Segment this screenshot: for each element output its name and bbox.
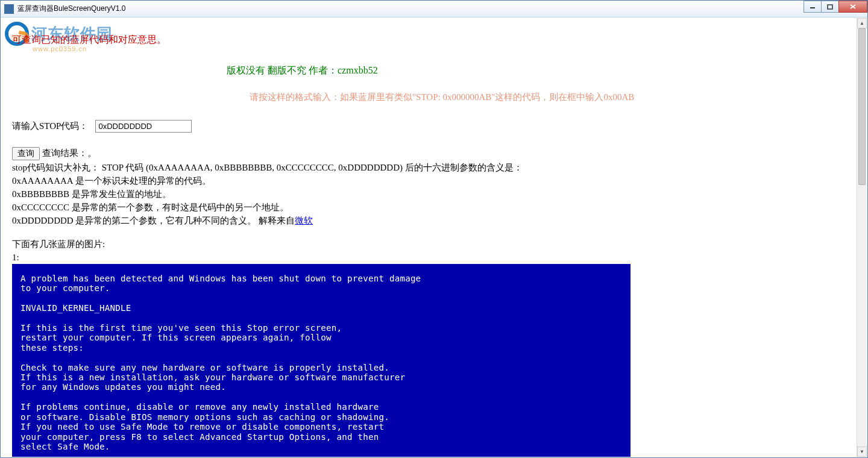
scrollbar-thumb[interactable] [858, 28, 866, 185]
minimize-button[interactable] [804, 1, 822, 13]
microsoft-link[interactable]: 微软 [295, 216, 313, 225]
query-button[interactable]: 查询 [12, 147, 40, 160]
minimize-icon [810, 4, 816, 10]
format-hint: 请按这样的格式输入：如果蓝屏里有类似"STOP: 0x000000AB"这样的代… [1, 77, 857, 103]
explain-line-1: stop代码知识大补丸： STOP 代码 (0xAAAAAAAA, 0xBBBB… [1, 160, 857, 174]
titlebar[interactable]: 蓝屏查询器BuleScreenQueryV1.0 [1, 1, 867, 17]
app-icon [4, 4, 14, 14]
explain-line-2: 0xAAAAAAAA 是一个标识未处理的异常的代码。 [1, 174, 857, 187]
intro-text: 可查询已知的蓝屏代码和对应意思。 [1, 18, 857, 46]
scroll-down-arrow-icon[interactable]: ▼ [857, 447, 867, 457]
stop-code-input[interactable] [95, 120, 192, 133]
scrollbar-track[interactable] [857, 28, 867, 447]
copyright-text: 版权没有 翻版不究 作者：czmxbb52 [1, 46, 857, 77]
explain-line-4: 0xCCCCCCCC 是异常的第一个参数，有时这是代码中的另一个地址。 [1, 200, 857, 213]
window-controls [804, 1, 867, 13]
content-area: 河东软件园 www.pc0359.cn 编辑 可查询已知的蓝屏代码和对应意思。 … [1, 18, 857, 457]
input-label: 请输入STOP代码： [12, 121, 88, 132]
explain-line-3: 0xBBBBBBBB 是异常发生位置的地址。 [1, 187, 857, 200]
explain-line-5: 0xDDDDDDDD 是异常的第二个参数，它有几种不同的含义。 解释来自微软 [1, 213, 857, 227]
query-result-label: 查询结果：。 [42, 148, 96, 159]
bsod-screenshot: A problem has been detected and Windows … [12, 264, 631, 457]
query-row: 查询 查询结果：。 [1, 133, 857, 160]
explain-line-5-text: 0xDDDDDDDD 是异常的第二个参数，它有几种不同的含义。 解释来自 [12, 216, 295, 225]
maximize-icon [827, 4, 833, 10]
input-row: 请输入STOP代码： [1, 103, 857, 133]
vertical-scrollbar[interactable]: ▲ ▼ [857, 18, 867, 457]
svg-rect-1 [828, 5, 832, 9]
app-window: 蓝屏查询器BuleScreenQueryV1.0 河东软件园 www.pc035… [0, 0, 868, 458]
window-title: 蓝屏查询器BuleScreenQueryV1.0 [17, 4, 125, 14]
scroll-up-arrow-icon[interactable]: ▲ [857, 18, 867, 28]
images-heading: 下面有几张蓝屏的图片: [1, 227, 857, 250]
maximize-button[interactable] [821, 1, 839, 13]
close-icon [849, 4, 857, 10]
image-number-1: 1: [1, 250, 857, 263]
close-button[interactable] [838, 1, 867, 13]
